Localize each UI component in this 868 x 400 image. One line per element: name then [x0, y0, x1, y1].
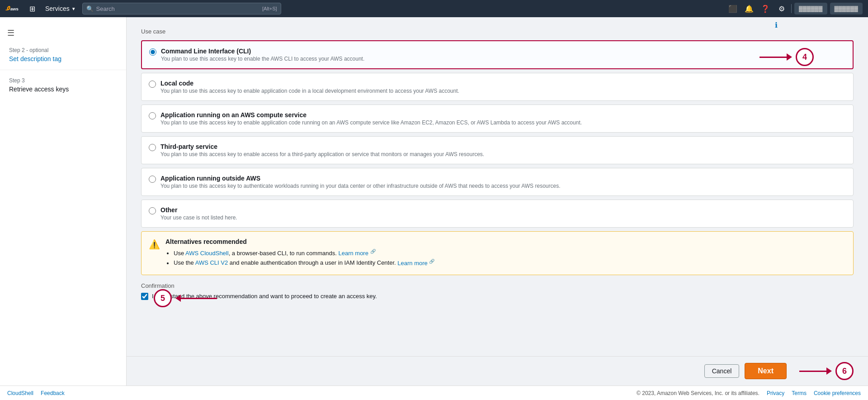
- services-button[interactable]: Services ▼: [42, 0, 79, 17]
- use-case-label: Use case: [141, 28, 854, 35]
- confirmation-checkbox[interactable]: [141, 293, 148, 300]
- alternative-bullet1: Use AWS CloudShell, a browser-based CLI,…: [174, 249, 846, 257]
- learn-more-sso-link[interactable]: Learn more 🔗: [397, 260, 434, 267]
- annotation-6: 6: [799, 362, 854, 380]
- footer-right: © 2023, Amazon Web Services, Inc. or its…: [637, 390, 861, 396]
- confirmation-row: I understand the above recommendation an…: [141, 293, 854, 300]
- nav-divider: [791, 4, 792, 13]
- bullet2-post: and enable authentication through a user…: [228, 260, 396, 267]
- cookie-preferences-link[interactable]: Cookie preferences: [814, 390, 861, 396]
- search-input[interactable]: [96, 5, 262, 12]
- footer-left: CloudShell Feedback: [7, 390, 65, 396]
- option-other-text: Other Your use case is not listed here.: [160, 206, 237, 221]
- option-compute-desc: You plan to use this access key to enabl…: [160, 119, 582, 126]
- option-other-title: Other: [160, 206, 237, 214]
- bullet1-post: , a browser-based CLI, to run commands.: [229, 250, 337, 257]
- copyright-text: © 2023, Amazon Web Services, Inc. or its…: [637, 390, 760, 396]
- services-label: Services: [45, 5, 70, 12]
- option-thirdparty-title: Third-party service: [160, 143, 484, 150]
- footer: CloudShell Feedback © 2023, Amazon Web S…: [0, 386, 868, 400]
- sidebar-step3-label: Step 3: [9, 77, 117, 84]
- option-outside-card[interactable]: Application running outside AWS You plan…: [141, 168, 854, 196]
- annotation-circle-6: 6: [835, 362, 854, 380]
- content-area: ℹ Use case Command Line Interface (CLI) …: [127, 17, 868, 356]
- user-account-button[interactable]: ▓▓▓▓▓▓: [794, 3, 827, 14]
- option-other-card[interactable]: Other Your use case is not listed here.: [141, 200, 854, 228]
- sidebar: ☰ Step 2 - optional Set description tag …: [0, 17, 127, 386]
- option-compute-text: Application running on an AWS compute se…: [160, 111, 582, 126]
- hamburger-menu-button[interactable]: ☰: [0, 24, 22, 42]
- learn-more-cli-link[interactable]: Learn more 🔗: [338, 250, 375, 257]
- warning-content: Alternatives recommended Use AWS CloudSh…: [165, 238, 846, 268]
- bell-icon: 🔔: [745, 5, 754, 13]
- option-local-card[interactable]: Local code You plan to use this access k…: [141, 73, 854, 101]
- alternative-bullet2: Use the AWS CLI V2 and enable authentica…: [174, 258, 846, 266]
- confirmation-section: Confirmation I understand the above reco…: [141, 282, 854, 300]
- warning-triangle-icon: ⚠️: [149, 239, 160, 268]
- terminal-icon: ⬛: [728, 5, 737, 13]
- option-thirdparty-radio[interactable]: [149, 144, 156, 151]
- bullet2-pre: Use the: [174, 260, 195, 267]
- option-outside-desc: You plan to use this access key to authe…: [160, 183, 560, 189]
- option-outside-radio[interactable]: [149, 176, 156, 183]
- option-cli-title: Command Line Interface (CLI): [161, 48, 364, 55]
- cli-v2-link[interactable]: AWS CLI V2: [195, 260, 228, 267]
- option-thirdparty-card[interactable]: Third-party service You plan to use this…: [141, 136, 854, 164]
- search-bar: 🔍 [Alt+S]: [82, 3, 281, 14]
- bell-icon-button[interactable]: 🔔: [742, 2, 756, 15]
- option-outside-title: Application running outside AWS: [160, 175, 560, 182]
- alternatives-list: Use AWS CloudShell, a browser-based CLI,…: [165, 249, 846, 267]
- cloudshell-footer-link[interactable]: CloudShell: [7, 390, 33, 396]
- option-local-radio[interactable]: [149, 81, 156, 88]
- external-link-icon1: 🔗: [370, 249, 376, 254]
- option-local-title: Local code: [160, 80, 459, 87]
- region-button[interactable]: ▓▓▓▓▓▓: [830, 3, 863, 14]
- info-icon[interactable]: ℹ: [775, 21, 778, 29]
- option-cli-desc: You plan to use this access key to enabl…: [161, 56, 364, 62]
- alternatives-warning-box: ⚠️ Alternatives recommended Use AWS Clou…: [141, 231, 854, 275]
- privacy-link[interactable]: Privacy: [767, 390, 784, 396]
- sidebar-step2-label: Step 2 - optional: [9, 47, 117, 53]
- sidebar-divider: [0, 70, 126, 70]
- main-wrapper: ☰ Step 2 - optional Set description tag …: [0, 17, 868, 386]
- action-bar: Cancel Next 6: [127, 356, 868, 386]
- option-compute-card[interactable]: Application running on an AWS compute se…: [141, 105, 854, 133]
- option-cli-text: Command Line Interface (CLI) You plan to…: [161, 48, 364, 62]
- gear-icon: ⚙: [778, 5, 785, 13]
- grid-icon: ⊞: [29, 5, 35, 13]
- services-chevron-icon: ▼: [71, 6, 76, 11]
- settings-icon-button[interactable]: ⚙: [775, 2, 788, 15]
- content-wrapper: ℹ Use case Command Line Interface (CLI) …: [127, 17, 868, 386]
- sidebar-step2-title: Set description tag: [9, 55, 117, 62]
- terms-link[interactable]: Terms: [792, 390, 807, 396]
- nav-right-actions: ⬛ 🔔 ❓ ⚙ ▓▓▓▓▓▓ ▓▓▓▓▓▓: [726, 2, 863, 15]
- confirmation-label: Confirmation: [141, 282, 854, 289]
- help-icon-button[interactable]: ❓: [759, 2, 772, 15]
- top-nav: aws ⊞ Services ▼ 🔍 [Alt+S] ⬛ 🔔 ❓ ⚙ ▓▓▓▓▓…: [0, 0, 868, 17]
- sidebar-step2: Step 2 - optional Set description tag: [0, 42, 126, 68]
- option-cli-card[interactable]: Command Line Interface (CLI) You plan to…: [141, 40, 854, 69]
- help-icon: ❓: [761, 5, 770, 13]
- option-thirdparty-text: Third-party service You plan to use this…: [160, 143, 484, 157]
- option-other-desc: Your use case is not listed here.: [160, 214, 237, 221]
- bullet1-pre: Use: [174, 250, 185, 257]
- aws-logo: aws: [5, 4, 20, 13]
- option-compute-title: Application running on an AWS compute se…: [160, 111, 582, 119]
- feedback-footer-link[interactable]: Feedback: [41, 390, 65, 396]
- next-button[interactable]: Next: [745, 363, 787, 379]
- terminal-icon-button[interactable]: ⬛: [726, 2, 740, 15]
- option-thirdparty-desc: You plan to use this access key to enabl…: [160, 151, 484, 157]
- confirmation-text: I understand the above recommendation an…: [152, 293, 377, 300]
- grid-icon-button[interactable]: ⊞: [25, 2, 39, 15]
- option-other-radio[interactable]: [149, 207, 156, 214]
- cloudshell-link[interactable]: AWS CloudShell: [185, 250, 229, 257]
- sidebar-step3-title: Retrieve access keys: [9, 86, 117, 93]
- cancel-button[interactable]: Cancel: [704, 364, 740, 378]
- option-cli-radio[interactable]: [149, 48, 156, 56]
- svg-text:aws: aws: [10, 6, 19, 11]
- option-outside-text: Application running outside AWS You plan…: [160, 175, 560, 189]
- external-link-icon2: 🔗: [429, 258, 434, 263]
- sidebar-step3: Step 3 Retrieve access keys: [0, 72, 126, 98]
- option-compute-radio[interactable]: [149, 112, 156, 119]
- search-icon: 🔍: [86, 5, 94, 12]
